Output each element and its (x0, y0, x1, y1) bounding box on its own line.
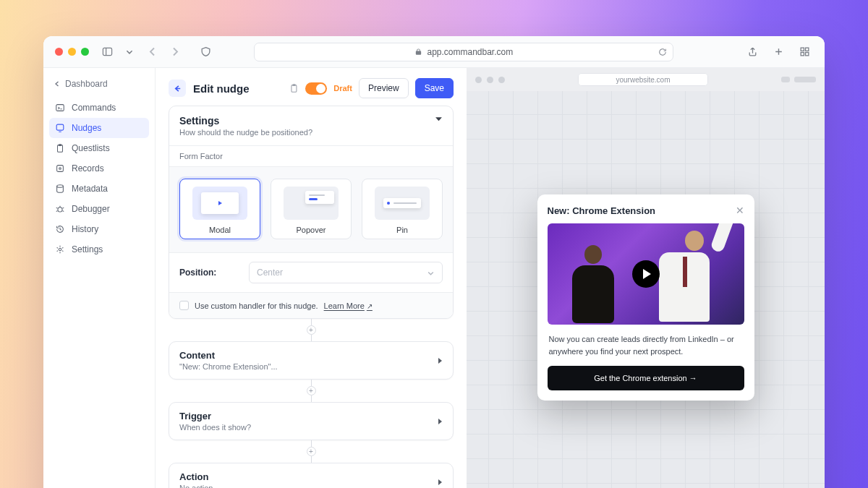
form-factor-popover[interactable]: Popover (271, 179, 352, 239)
sidebar-back[interactable]: Dashboard (49, 75, 149, 98)
gear-icon (55, 244, 65, 254)
card-subtitle: No action (179, 484, 213, 488)
settings-subtitle: How should the nudge be positioned? (179, 128, 312, 137)
modal-cta-button[interactable]: Get the Chrome extension → (548, 366, 744, 390)
settings-title: Settings (179, 115, 312, 127)
close-window-icon[interactable] (55, 48, 63, 56)
database-icon (55, 184, 65, 194)
terminal-icon (55, 103, 65, 113)
minimize-window-icon[interactable] (68, 48, 76, 56)
card-title: Trigger (179, 411, 251, 421)
sidebar-label: Records (72, 163, 104, 174)
fullscreen-window-icon[interactable] (81, 48, 89, 56)
share-icon[interactable] (745, 46, 761, 57)
learn-more-link[interactable]: Learn More↗ (324, 301, 373, 310)
cta-label: Get the Chrome extension → (594, 374, 697, 382)
sidebar-item-commands[interactable]: Commands (49, 98, 149, 118)
svg-rect-10 (57, 166, 64, 172)
sidebar-label: Questlists (72, 143, 110, 153)
position-label: Position: (179, 267, 239, 278)
nav-back-icon[interactable] (144, 46, 160, 57)
position-select[interactable]: Center (249, 262, 443, 283)
card-title: Content (179, 350, 278, 361)
card-subtitle: When does it show? (179, 423, 251, 432)
caret-right-icon (437, 479, 443, 486)
preview-browser-chrome: yourwebsite.com (467, 68, 825, 91)
ff-label: Popover (297, 226, 326, 234)
editor-back-button[interactable] (169, 80, 186, 97)
close-icon[interactable]: ✕ (736, 205, 744, 216)
tabs-grid-icon[interactable] (797, 46, 813, 57)
shield-icon[interactable] (197, 46, 213, 57)
sidebar-item-settings[interactable]: Settings (49, 239, 149, 260)
svg-rect-6 (56, 105, 64, 111)
editor-title: Edit nudge (193, 82, 250, 95)
preview-pane: yourwebsite.com New: Chrome Extension ✕ … (467, 68, 825, 488)
nav-forward-icon[interactable] (167, 46, 183, 57)
sidebar-label: Settings (72, 244, 103, 254)
ff-label: Modal (209, 226, 231, 234)
chevron-down-icon[interactable] (125, 46, 134, 57)
sidebar-item-records[interactable]: Records (49, 158, 149, 179)
chevron-left-icon (54, 80, 61, 87)
modal-title: New: Chrome Extension (548, 205, 656, 216)
sidebar-item-metadata[interactable]: Metadata (49, 179, 149, 199)
modal-body: Now you can create leads directly from L… (549, 333, 743, 357)
svg-rect-8 (58, 145, 63, 153)
dot-icon (487, 77, 493, 83)
lock-icon (414, 48, 422, 56)
sidebar-label: Commands (72, 103, 116, 113)
custom-handler-label: Use custom handler for this nudge. (195, 301, 318, 310)
form-factor-modal[interactable]: Modal (179, 179, 260, 239)
arrow-left-icon (173, 84, 182, 93)
flow-action-card[interactable]: Action No action (169, 463, 454, 488)
modal-media[interactable] (548, 223, 744, 325)
status-toggle[interactable] (305, 82, 327, 95)
form-factor-label: Form Factor (169, 145, 453, 167)
svg-point-12 (57, 185, 64, 188)
settings-header[interactable]: Settings How should the nudge be positio… (169, 106, 453, 145)
sidebar-item-history[interactable]: History (49, 219, 149, 239)
svg-point-11 (59, 168, 61, 170)
history-icon (55, 224, 65, 234)
clipboard-copy-icon[interactable] (289, 83, 299, 93)
address-bar[interactable]: app.commandbar.com (254, 43, 673, 61)
sidebar-label: Nudges (72, 123, 101, 133)
custom-handler-checkbox[interactable] (179, 301, 189, 310)
editor-column: Edit nudge Draft Preview Save Settings H (156, 68, 467, 488)
sidebar-item-debugger[interactable]: Debugger (49, 199, 149, 219)
new-tab-icon[interactable] (771, 46, 787, 57)
svg-rect-0 (103, 48, 111, 55)
sidebar-item-questlists[interactable]: Questlists (49, 138, 149, 158)
chevron-down-icon (427, 269, 435, 277)
add-step-icon[interactable]: + (307, 325, 316, 335)
nudge-modal-preview: New: Chrome Extension ✕ Now you can crea… (537, 194, 754, 401)
external-link-icon: ↗ (367, 302, 373, 310)
app-sidebar: Dashboard Commands Nudges Questlists Rec… (43, 68, 156, 488)
svg-rect-3 (806, 48, 809, 51)
form-factor-pin[interactable]: Pin (362, 179, 443, 239)
settings-panel: Settings How should the nudge be positio… (169, 106, 454, 319)
records-icon (55, 163, 65, 174)
svg-rect-4 (801, 53, 804, 56)
dot-icon (475, 77, 482, 83)
save-button[interactable]: Save (415, 78, 454, 98)
reload-icon[interactable] (658, 48, 667, 56)
flow-content-card[interactable]: Content "New: Chrome Extension"... (169, 341, 454, 380)
address-text: app.commandbar.com (427, 47, 513, 57)
bug-icon (55, 204, 65, 214)
svg-rect-2 (801, 48, 804, 51)
flow-trigger-card[interactable]: Trigger When does it show? (169, 402, 454, 440)
svg-rect-15 (292, 85, 297, 93)
dot-icon (498, 77, 505, 83)
card-title: Action (179, 471, 213, 482)
preview-button[interactable]: Preview (359, 78, 409, 98)
skeleton (794, 77, 816, 82)
sidebar-item-nudges[interactable]: Nudges (49, 118, 149, 138)
add-step-icon[interactable]: + (307, 447, 316, 456)
svg-point-14 (59, 248, 61, 251)
add-step-icon[interactable]: + (307, 386, 316, 395)
play-icon[interactable] (632, 260, 660, 288)
sidebar-label: Metadata (72, 184, 108, 194)
sidebar-toggle-icon[interactable] (99, 46, 115, 57)
